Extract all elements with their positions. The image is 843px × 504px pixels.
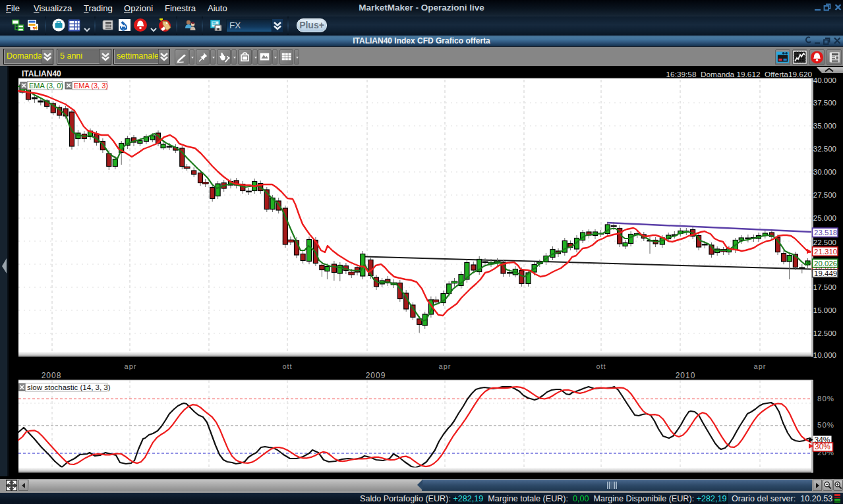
svg-text:10.000: 10.000 bbox=[813, 351, 836, 359]
svg-text:EMA (3, 3): EMA (3, 3) bbox=[74, 82, 108, 90]
svg-text:apr: apr bbox=[125, 362, 137, 370]
svg-text:2008: 2008 bbox=[42, 371, 62, 380]
svg-text:apr: apr bbox=[754, 362, 767, 370]
svg-text:25.000: 25.000 bbox=[813, 214, 836, 222]
svg-text:EMA (3, 0): EMA (3, 0) bbox=[29, 82, 63, 90]
svg-text:40.000: 40.000 bbox=[813, 76, 836, 84]
svg-text:50%: 50% bbox=[817, 421, 834, 429]
svg-text:23.518: 23.518 bbox=[814, 229, 837, 237]
svg-text:apr: apr bbox=[439, 362, 451, 370]
svg-text:21.310: 21.310 bbox=[814, 248, 837, 256]
svg-text:32.500: 32.500 bbox=[813, 145, 836, 153]
svg-text:ott: ott bbox=[596, 362, 606, 370]
svg-text:slow stochastic (14, 3, 3): slow stochastic (14, 3, 3) bbox=[27, 383, 111, 391]
svg-text:35.000: 35.000 bbox=[813, 122, 836, 130]
svg-text:ITALIAN40: ITALIAN40 bbox=[22, 69, 61, 78]
svg-text:20.026: 20.026 bbox=[814, 260, 837, 267]
svg-text:2010: 2010 bbox=[676, 371, 696, 380]
svg-text:30.000: 30.000 bbox=[813, 168, 836, 176]
svg-text:17.500: 17.500 bbox=[813, 283, 836, 291]
svg-text:27.500: 27.500 bbox=[813, 191, 836, 199]
svg-text:2009: 2009 bbox=[366, 371, 386, 380]
svg-text:19.449: 19.449 bbox=[814, 269, 837, 277]
svg-text:22.500: 22.500 bbox=[813, 238, 836, 246]
svg-text:16:39:58 Domanda 19.612 Offe: 16:39:58 Domanda 19.612 Offerta19.620 bbox=[666, 70, 813, 79]
svg-text:30%: 30% bbox=[815, 442, 830, 451]
svg-text:ott: ott bbox=[282, 362, 292, 370]
svg-text:37.500: 37.500 bbox=[813, 99, 836, 107]
svg-text:12.500: 12.500 bbox=[813, 329, 836, 337]
svg-text:80%: 80% bbox=[817, 395, 834, 403]
svg-text:15.000: 15.000 bbox=[813, 306, 836, 314]
